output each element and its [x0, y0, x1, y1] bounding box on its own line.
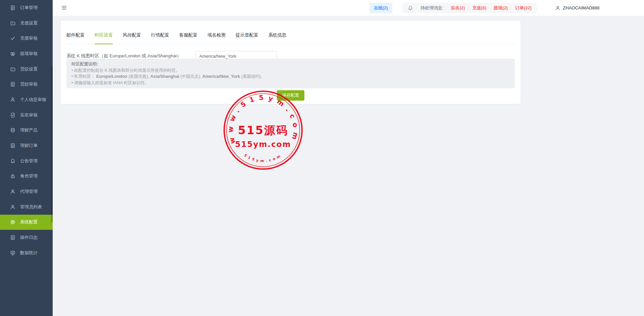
tab-market-config[interactable]: 行情配置: [151, 32, 169, 44]
document-icon: [10, 235, 15, 240]
pending-messages-bar: 待处理消息: 实名(2) 充值(6) 提现(2) 订单(22): [402, 3, 537, 13]
sidebar-item-wealth-products[interactable]: 理财产品: [0, 123, 53, 138]
user-icon: [10, 97, 15, 102]
username: ZHAOCAIMAO888: [563, 5, 599, 10]
sidebar-item-role-management[interactable]: 角色管理: [0, 169, 53, 184]
stamp-inner-ring: [227, 94, 300, 167]
sidebar-item-wealth-orders[interactable]: 理财订单: [0, 138, 53, 153]
bell-icon: [10, 158, 15, 164]
save-config-button[interactable]: 保存配置: [277, 90, 304, 101]
sidebar-item-label: 角色管理: [20, 173, 38, 179]
gear-icon: [10, 219, 15, 225]
tab-support-config[interactable]: 客服配置: [179, 32, 197, 44]
tab-system-info[interactable]: 系统信息: [268, 32, 287, 44]
sidebar-collapse-button[interactable]: [60, 4, 68, 11]
sidebar-item-recharge-settings[interactable]: 充值设置: [0, 15, 53, 31]
tab-timezone-settings[interactable]: 时区设置: [95, 32, 113, 44]
sidebar-item-label: 公告管理: [20, 158, 38, 164]
notice-line-1: • 此配置控制前台 K 线图表和部分时间显示所使用的时区。: [71, 67, 510, 74]
timezone-notice-box: 时区配置说明: • 此配置控制前台 K 线图表和部分时间显示所使用的时区。 • …: [66, 59, 515, 88]
sidebar-item-data-statistics[interactable]: 数据统计: [0, 245, 53, 261]
pending-withdraw-link[interactable]: 提现(2): [494, 5, 508, 11]
online-count-badge[interactable]: 在线(2): [369, 3, 392, 13]
sidebar-item-recharge-review[interactable]: 充值审核: [0, 31, 53, 46]
sidebar-item-order-management[interactable]: 订单管理: [0, 0, 53, 15]
stamp-center-text: 515源码: [238, 124, 288, 137]
sidebar-item-personal-info-review[interactable]: 个人信息审核: [0, 92, 53, 107]
document-icon: [10, 82, 15, 87]
bell-icon: [408, 5, 413, 11]
tab-risk-config[interactable]: 风控配置: [123, 32, 141, 44]
banknote-icon: [10, 51, 15, 56]
sidebar-item-label: 充值审核: [20, 35, 38, 41]
check-icon: [10, 36, 15, 41]
pending-realname-link[interactable]: 实名(2): [451, 5, 465, 11]
sidebar-item-label: 理财产品: [20, 127, 38, 133]
sidebar-item-announcement-management[interactable]: 公告管理: [0, 153, 53, 169]
config-tabs: 邮件配置 时区设置 风控配置 行情配置 客服配置 域名检测 提示音配置 系统信息: [66, 21, 515, 44]
sidebar-item-label: 订单管理: [20, 5, 38, 11]
document-icon: [10, 143, 15, 148]
sidebar-item-agent-management[interactable]: 代理管理: [0, 184, 53, 199]
settings-card: 邮件配置 时区设置 风控配置 行情配置 客服配置 域名检测 提示音配置 系统信息…: [61, 21, 521, 104]
header-right-cluster: 在线(2) 待处理消息: 实名(2) 充值(6) 提现(2) 订单(22) ZH…: [369, 0, 599, 16]
sidebar-item-system-config[interactable]: 系统配置: [0, 215, 53, 230]
document-check-icon: [10, 112, 15, 118]
sidebar-item-label: 充值设置: [20, 20, 38, 26]
sidebar-item-label: 贷款设置: [20, 66, 38, 72]
folder-icon: [10, 20, 15, 26]
tab-sound-config[interactable]: 提示音配置: [236, 32, 258, 44]
person-icon: [555, 5, 560, 11]
sidebar-item-operation-logs[interactable]: 操作日志: [0, 230, 53, 245]
pending-recharge-link[interactable]: 充值(6): [472, 5, 486, 11]
sidebar-item-label: 数据统计: [20, 250, 38, 256]
top-header: 在线(2) 待处理消息: 实名(2) 充值(6) 提现(2) 订单(22) ZH…: [53, 0, 644, 16]
hamburger-icon: [61, 5, 67, 11]
sidebar-item-admin-list[interactable]: 管理员列表: [0, 199, 53, 215]
sidebar-item-label: 管理员列表: [20, 204, 42, 210]
document-icon: [10, 5, 15, 10]
database-icon: [10, 127, 15, 133]
sidebar-item-label: 实名审核: [20, 112, 38, 118]
notice-line-3: • 请确保输入的是标准 IANA 时区标识符。: [71, 80, 510, 86]
tab-domain-check[interactable]: 域名检测: [207, 32, 226, 44]
sidebar-item-label: 代理管理: [20, 189, 38, 195]
pending-messages-label: 待处理消息:: [420, 5, 444, 11]
sidebar-item-loan-settings[interactable]: 贷款设置: [0, 61, 53, 77]
sidebar-item-withdraw-review[interactable]: 提现审核: [0, 46, 53, 61]
notice-line-2: • 常用时区： Europe/London (英国伦敦), Asia/Shang…: [71, 73, 510, 80]
stats-board-icon: [10, 250, 15, 256]
stamp-arc-text-bottom: 515ym.com: [244, 153, 283, 163]
pending-order-link[interactable]: 订单(22): [515, 5, 532, 11]
sidebar-scrollbar[interactable]: [51, 66, 53, 222]
user-icon: [10, 189, 15, 194]
tab-email-config[interactable]: 邮件配置: [66, 32, 85, 44]
user-menu[interactable]: ZHAOCAIMAO888: [555, 5, 599, 11]
sidebar-item-realname-review[interactable]: 实名审核: [0, 107, 53, 123]
sidebar-item-label: 系统配置: [20, 219, 38, 225]
notice-title: 时区配置说明:: [71, 61, 510, 67]
sidebar-item-loan-review[interactable]: 贷款审核: [0, 76, 53, 92]
sidebar-item-label: 提现审核: [20, 51, 38, 57]
folder-icon: [10, 66, 15, 72]
sidebar: 订单管理 充值设置 充值审核 提现审核 贷款设置 贷款审核 个人信息审核 实名审…: [0, 0, 53, 316]
lock-icon: [10, 173, 15, 179]
sidebar-item-label: 操作日志: [20, 234, 38, 241]
stamp-sub-text: 515ym.com: [235, 140, 291, 149]
user-icon: [10, 204, 15, 210]
timezone-label: 系统 K 线图时区（如 Europe/London 或 Asia/Shangha…: [66, 53, 181, 59]
sidebar-item-label: 理财订单: [20, 143, 38, 149]
sidebar-item-label: 个人信息审核: [20, 97, 46, 103]
sidebar-item-label: 贷款审核: [20, 81, 38, 87]
